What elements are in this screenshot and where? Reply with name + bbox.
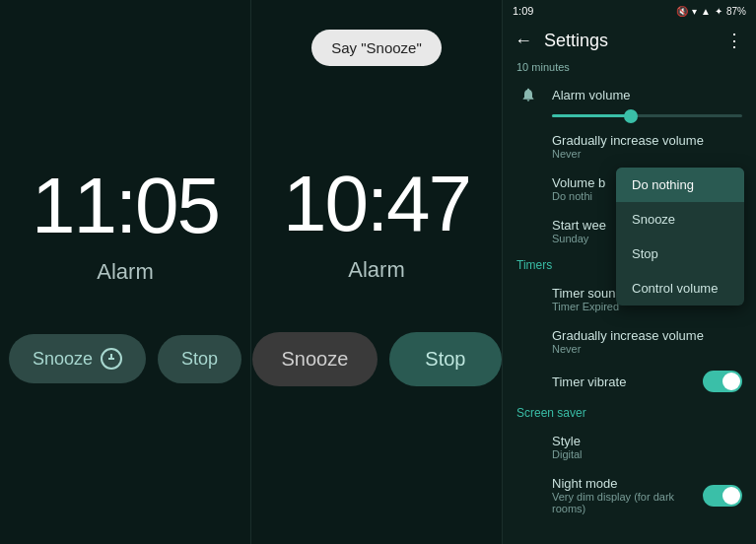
back-button[interactable]: ← xyxy=(515,31,532,51)
alarm-volume-text: Alarm volume xyxy=(552,88,742,102)
clock-time-1: 11:05 xyxy=(32,161,219,251)
toggle-thumb xyxy=(722,373,740,390)
timer-vibrate-text: Timer vibrate xyxy=(552,374,691,389)
snooze-label-1: Snooze xyxy=(33,349,93,370)
night-mode-value: Very dim display (for dark rooms) xyxy=(552,491,691,514)
bluetooth-icon: ✦ xyxy=(715,6,722,17)
style-value: Digital xyxy=(552,448,742,460)
gradually-volume-label: Gradually increase volume xyxy=(552,133,742,148)
timer-vibrate-toggle[interactable] xyxy=(703,371,742,392)
alarm-buttons-1: Snooze Stop xyxy=(9,334,241,383)
gradually-volume-item[interactable]: Gradually increase volume Never xyxy=(503,125,756,168)
dropdown-item-stop[interactable]: Stop xyxy=(616,237,744,271)
mute-icon: 🔇 xyxy=(676,6,688,17)
volume-behavior-item[interactable]: Volume b Do nothi Do nothing Snooze Stop… xyxy=(503,168,756,210)
gradually-volume2-value: Never xyxy=(552,343,742,355)
settings-subtitle: 10 minutes xyxy=(503,59,756,79)
status-icons: 🔇 ▾ ▲ ✦ 87% xyxy=(676,6,746,17)
alarm-screen-2: Say "Snooze" 10:47 Alarm Snooze Stop xyxy=(251,0,503,544)
snooze-button-2[interactable]: Snooze xyxy=(252,332,378,386)
alarm-icon-1 xyxy=(101,348,122,370)
stop-button-1[interactable]: Stop xyxy=(158,335,241,383)
dropdown-item-snooze[interactable]: Snooze xyxy=(616,202,744,237)
battery-level: 87% xyxy=(726,6,746,17)
alarm-volume-icon xyxy=(516,87,540,102)
wifi-icon: ▾ xyxy=(692,6,697,17)
snooze-button-1[interactable]: Snooze xyxy=(9,334,146,383)
alarm-volume-label: Alarm volume xyxy=(552,88,742,102)
dropdown-menu: Do nothing Snooze Stop Control volume xyxy=(616,168,744,306)
settings-content: Alarm volume Gradually increase volume N… xyxy=(503,79,756,544)
gradually-volume2-text: Gradually increase volume Never xyxy=(552,328,742,355)
status-time: 1:09 xyxy=(513,5,533,17)
night-mode-label: Night mode xyxy=(552,476,691,491)
night-mode-toggle-thumb xyxy=(722,487,740,505)
volume-slider-container xyxy=(503,110,756,125)
settings-screen: 1:09 🔇 ▾ ▲ ✦ 87% ← Settings ⋮ 10 minutes… xyxy=(503,0,756,544)
alarm-volume-item: Alarm volume xyxy=(503,79,756,110)
clock-time-2: 10:47 xyxy=(283,159,470,249)
timer-vibrate-item[interactable]: Timer vibrate xyxy=(503,363,756,400)
night-mode-item[interactable]: Night mode Very dim display (for dark ro… xyxy=(503,468,756,522)
gradually-volume-value: Never xyxy=(552,148,742,160)
volume-slider-thumb xyxy=(624,109,638,123)
say-snooze-bubble: Say "Snooze" xyxy=(311,30,442,66)
alarm-buttons-2: Snooze Stop xyxy=(252,332,502,386)
clock-label-1: Alarm xyxy=(97,259,153,285)
clock-label-2: Alarm xyxy=(348,257,404,283)
volume-slider-fill xyxy=(552,114,628,117)
night-mode-toggle[interactable] xyxy=(703,485,742,507)
dropdown-item-donothing[interactable]: Do nothing xyxy=(616,168,744,202)
volume-slider-track[interactable] xyxy=(552,114,742,117)
stop-button-2[interactable]: Stop xyxy=(389,332,501,386)
dropdown-item-controlvolume[interactable]: Control volume xyxy=(616,271,744,306)
screen-saver-label: Screen saver xyxy=(516,406,742,420)
night-mode-text: Night mode Very dim display (for dark ro… xyxy=(552,476,691,514)
style-text: Style Digital xyxy=(552,434,742,460)
more-options-button[interactable]: ⋮ xyxy=(725,30,744,51)
style-label: Style xyxy=(552,434,742,448)
status-bar: 1:09 🔇 ▾ ▲ ✦ 87% xyxy=(503,0,756,22)
alarm-screen-1: 11:05 Alarm Snooze Stop xyxy=(0,0,251,544)
gradually-volume-text: Gradually increase volume Never xyxy=(552,133,742,160)
timer-vibrate-label: Timer vibrate xyxy=(552,374,691,389)
gradually-volume2-item[interactable]: Gradually increase volume Never xyxy=(503,320,756,363)
settings-header: ← Settings ⋮ xyxy=(503,22,756,59)
settings-title: Settings xyxy=(544,31,714,51)
screen-saver-section: Screen saver xyxy=(503,400,756,426)
style-item[interactable]: Style Digital xyxy=(503,426,756,468)
gradually-volume2-label: Gradually increase volume xyxy=(552,328,742,343)
signal-icon: ▲ xyxy=(701,6,711,17)
